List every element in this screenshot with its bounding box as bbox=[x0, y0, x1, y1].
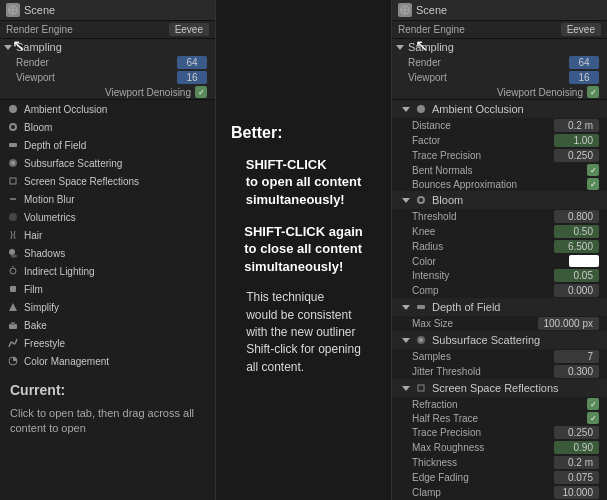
bloom-intensity-row: Intensity 0.05 bbox=[392, 268, 607, 283]
render-engine-row: Render Engine Eevee bbox=[0, 21, 215, 39]
list-item[interactable]: Subsurface Scattering bbox=[0, 154, 215, 172]
right-viewport-denoising-row: Viewport Denoising ✓ bbox=[392, 85, 607, 99]
svg-point-13 bbox=[10, 268, 16, 274]
ao-distance-row: Distance 0.2 m bbox=[392, 118, 607, 133]
dof-maxsize-row: Max Size 100.000 px bbox=[392, 316, 607, 331]
bloom-section-header[interactable]: Bloom bbox=[392, 191, 607, 209]
bloom-comp-row: Comp 0.000 bbox=[392, 283, 607, 298]
bounces-approx-checkbox[interactable]: ✓ bbox=[587, 178, 599, 190]
svg-point-7 bbox=[11, 161, 15, 165]
ambient-occlusion-icon bbox=[6, 102, 20, 116]
svg-point-11 bbox=[9, 249, 15, 255]
svg-point-23 bbox=[417, 105, 425, 113]
right-viewport-value[interactable]: 16 bbox=[569, 71, 599, 84]
right-viewport-label: Viewport bbox=[408, 72, 447, 83]
right-panel-title: Scene bbox=[416, 4, 447, 16]
dof-section-header[interactable]: Depth of Field bbox=[392, 298, 607, 316]
bloom-color-swatch[interactable] bbox=[569, 255, 599, 267]
right-render-value[interactable]: 64 bbox=[569, 56, 599, 69]
indirect-lighting-icon bbox=[6, 264, 20, 278]
right-scene-icon bbox=[398, 3, 412, 17]
middle-explanation-panel: Better: SHIFT-CLICK to open all content … bbox=[215, 0, 392, 500]
viewport-denoising-row: Viewport Denoising ✓ bbox=[0, 85, 215, 99]
list-item[interactable]: Bloom bbox=[0, 118, 215, 136]
ssr-clamp-row: Clamp 10.000 bbox=[392, 485, 607, 500]
ssr-triangle bbox=[402, 386, 410, 391]
right-scene-items: Ambient Occlusion Distance 0.2 m Factor … bbox=[392, 100, 607, 500]
right-properties-panel: Scene Render Engine Eevee Sampling Rende… bbox=[392, 0, 607, 500]
svg-rect-28 bbox=[418, 385, 424, 391]
bake-icon bbox=[6, 318, 20, 332]
freestyle-icon bbox=[6, 336, 20, 350]
ssr-halfres-checkbox[interactable]: ✓ bbox=[587, 412, 599, 424]
bloom-radius-row: Radius 6.500 bbox=[392, 239, 607, 254]
dof-icon bbox=[6, 138, 20, 152]
current-title: Current: bbox=[10, 382, 205, 398]
viewport-denoising-checkbox[interactable]: ✓ bbox=[195, 86, 207, 98]
viewport-value[interactable]: 16 bbox=[177, 71, 207, 84]
list-item[interactable]: Indirect Lighting bbox=[0, 262, 215, 280]
svg-point-27 bbox=[419, 338, 423, 342]
right-panel-header: Scene bbox=[392, 0, 607, 21]
color-management-icon bbox=[6, 354, 20, 368]
right-viewport-denoising-checkbox[interactable]: ✓ bbox=[587, 86, 599, 98]
bloom-knee-row: Knee 0.50 bbox=[392, 224, 607, 239]
shift-click-text1: SHIFT-CLICK to open all content simultan… bbox=[246, 156, 362, 209]
sampling-header[interactable]: Sampling bbox=[0, 39, 215, 55]
sss-samples-row: Samples 7 bbox=[392, 349, 607, 364]
left-panel-title: Scene bbox=[24, 4, 55, 16]
sss-section-header[interactable]: Subsurface Scattering bbox=[392, 331, 607, 349]
right-sampling-triangle bbox=[396, 45, 404, 50]
bent-normals-checkbox[interactable]: ✓ bbox=[587, 164, 599, 176]
sss-icon-right bbox=[414, 333, 428, 347]
left-scene-items: Ambient Occlusion Bloom Depth of Field S… bbox=[0, 100, 215, 500]
list-item[interactable]: Bake bbox=[0, 316, 215, 334]
list-item[interactable]: Motion Blur bbox=[0, 190, 215, 208]
list-item[interactable]: Screen Space Reflections bbox=[0, 172, 215, 190]
dof-triangle bbox=[402, 305, 410, 310]
motion-blur-icon bbox=[6, 192, 20, 206]
ao-bounces-row: Bounces Approximation ✓ bbox=[392, 177, 607, 191]
ssr-section-header[interactable]: Screen Space Reflections bbox=[392, 379, 607, 397]
list-item[interactable]: Freestyle bbox=[0, 334, 215, 352]
ao-section-header[interactable]: Ambient Occlusion bbox=[392, 100, 607, 118]
ssr-refraction-checkbox[interactable]: ✓ bbox=[587, 398, 599, 410]
list-item[interactable]: Hair bbox=[0, 226, 215, 244]
list-item[interactable]: Volumetrics bbox=[0, 208, 215, 226]
render-engine-dropdown[interactable]: Eevee bbox=[169, 23, 209, 36]
ao-factor-row: Factor 1.00 bbox=[392, 133, 607, 148]
svg-rect-8 bbox=[10, 178, 16, 184]
list-item[interactable]: Film bbox=[0, 280, 215, 298]
ssr-icon-right bbox=[414, 381, 428, 395]
simplify-icon bbox=[6, 300, 20, 314]
ssr-edgefading-row: Edge Fading 0.075 bbox=[392, 470, 607, 485]
svg-point-10 bbox=[9, 213, 17, 221]
list-item[interactable]: Color Management bbox=[0, 352, 215, 370]
left-properties-panel: Scene Render Engine Eevee Sampling Rende… bbox=[0, 0, 215, 500]
svg-rect-25 bbox=[417, 305, 425, 309]
film-icon bbox=[6, 282, 20, 296]
dof-icon-right bbox=[414, 300, 428, 314]
list-item[interactable]: Depth of Field bbox=[0, 136, 215, 154]
sampling-section: Sampling Render 64 Viewport 16 Viewport … bbox=[0, 39, 215, 100]
volumetrics-icon bbox=[6, 210, 20, 224]
right-render-engine-dropdown[interactable]: Eevee bbox=[561, 23, 601, 36]
current-section: Current: Click to open tab, then drag ac… bbox=[0, 370, 215, 449]
list-item[interactable]: Ambient Occlusion bbox=[0, 100, 215, 118]
hair-icon bbox=[6, 228, 20, 242]
sss-jitter-row: Jitter Threshold 0.300 bbox=[392, 364, 607, 379]
right-sampling-header[interactable]: Sampling bbox=[392, 39, 607, 55]
bloom-icon-right bbox=[414, 193, 428, 207]
right-render-label: Render bbox=[408, 57, 441, 68]
right-render-row: Render 64 bbox=[392, 55, 607, 70]
svg-marker-16 bbox=[9, 303, 17, 311]
render-value[interactable]: 64 bbox=[177, 56, 207, 69]
list-item[interactable]: Shadows bbox=[0, 244, 215, 262]
list-item[interactable]: Simplify bbox=[0, 298, 215, 316]
sss-icon bbox=[6, 156, 20, 170]
svg-point-24 bbox=[418, 197, 424, 203]
ao-trace-row: Trace Precision 0.250 bbox=[392, 148, 607, 163]
ssr-maxrough-row: Max Roughness 0.90 bbox=[392, 440, 607, 455]
svg-point-12 bbox=[11, 255, 17, 258]
left-panel-header: Scene bbox=[0, 0, 215, 21]
